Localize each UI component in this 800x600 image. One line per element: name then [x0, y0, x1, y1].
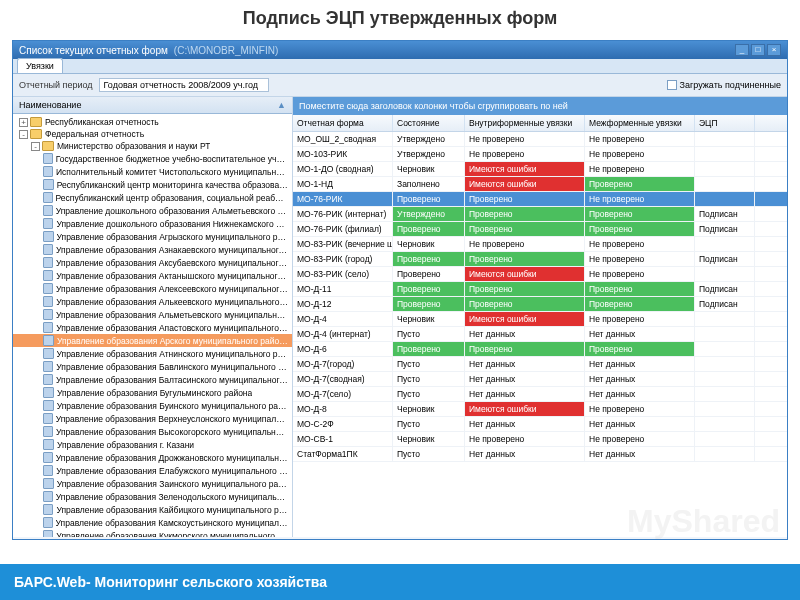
sidebar-header[interactable]: Наименование ▲ — [13, 97, 292, 114]
tree-item[interactable]: Управление образования Алькеевского муни… — [13, 295, 292, 308]
period-input[interactable] — [99, 78, 269, 92]
tree-item[interactable]: Республиканский центр образования, социа… — [13, 191, 292, 204]
tree-item[interactable]: Управление образования Арского муниципал… — [13, 334, 292, 347]
app-window: Список текущих отчетных форм (C:\MONOBR_… — [12, 40, 788, 540]
tree-item[interactable]: Исполнительный комитет Чистопольского му… — [13, 165, 292, 178]
tree-item[interactable]: Управление образования Атнинского муници… — [13, 347, 292, 360]
col-form[interactable]: Отчетная форма — [293, 115, 393, 131]
cell: Проверено — [465, 297, 585, 311]
tree-item[interactable]: Управление образования Алексеевского мун… — [13, 282, 292, 295]
tree-item[interactable]: Управление дошкольного образования Альме… — [13, 204, 292, 217]
tree-item[interactable]: -Министерство образования и науки РТ — [13, 140, 292, 152]
grid-row[interactable]: МО-Д-6ПровереноПровереноПроверено — [293, 342, 787, 357]
org-icon — [43, 257, 53, 268]
tree-item[interactable]: Управление образования Зеленодольского м… — [13, 490, 292, 503]
toggle-icon[interactable]: + — [19, 118, 28, 127]
tree-item-label: Управление образования Верхнеуслонского … — [56, 414, 288, 424]
grid-row[interactable]: МО-Д-7(сводная)ПустоНет данныхНет данных — [293, 372, 787, 387]
cell — [695, 192, 755, 206]
cell: Подписан — [695, 222, 755, 236]
tree-item[interactable]: Управление образования Дрожжановского му… — [13, 451, 292, 464]
col-state[interactable]: Состояние — [393, 115, 465, 131]
cell: Проверено — [465, 282, 585, 296]
toggle-icon[interactable]: - — [31, 142, 40, 151]
tree-item[interactable]: Управление образования Азнакаевского мун… — [13, 243, 292, 256]
grid-row[interactable]: МО-С-2ФПустоНет данныхНет данных — [293, 417, 787, 432]
tree-item[interactable]: Управление образования Верхнеуслонского … — [13, 412, 292, 425]
tab-uvyazki[interactable]: Увязки — [17, 58, 63, 73]
grid-row[interactable]: МО-83-РИК (село)ПровереноИмеются ошибкиН… — [293, 267, 787, 282]
grid-row[interactable]: МО-1-ДО (сводная)ЧерновикИмеются ошибкиН… — [293, 162, 787, 177]
grid-row[interactable]: МО-76-РИКПровереноПровереноНе проверено — [293, 192, 787, 207]
tree-item[interactable]: Государственное бюджетное учебно-воспита… — [13, 152, 292, 165]
grid-row[interactable]: МО-Д-11ПровереноПровереноПровереноПодпис… — [293, 282, 787, 297]
tree-item[interactable]: Управление образования г. Казани — [13, 438, 292, 451]
tree-item[interactable]: Управление образования Буинского муницип… — [13, 399, 292, 412]
sidebar: Наименование ▲ +Республиканская отчетнос… — [13, 97, 293, 537]
col-cross[interactable]: Межформенные увязки — [585, 115, 695, 131]
org-tree[interactable]: +Республиканская отчетность-Федеральная … — [13, 114, 292, 537]
tree-item[interactable]: Управление образования Камскоустьинского… — [13, 516, 292, 529]
cell: Проверено — [393, 297, 465, 311]
grid-row[interactable]: МО-Д-7(село)ПустоНет данныхНет данных — [293, 387, 787, 402]
tree-item[interactable]: Управление образования Агрызского муници… — [13, 230, 292, 243]
group-by-bar[interactable]: Поместите сюда заголовок колонки чтобы с… — [293, 97, 787, 115]
grid-row[interactable]: МО-СВ-1ЧерновикНе провереноНе проверено — [293, 432, 787, 447]
cell: МО-С-2Ф — [293, 417, 393, 431]
org-icon — [43, 413, 53, 424]
grid-row[interactable]: СтатФорма1ПКПустоНет данныхНет данных — [293, 447, 787, 462]
grid-row[interactable]: МО-103-РИКУтвержденоНе провереноНе прове… — [293, 147, 787, 162]
cell: МО-Д-8 — [293, 402, 393, 416]
cell: Имеются ошибки — [465, 402, 585, 416]
tree-item[interactable]: Управление образования Елабужского муниц… — [13, 464, 292, 477]
tree-item-label: Управление образования Кайбицкого муници… — [56, 505, 288, 515]
tree-item[interactable]: Управление образования Кукморского муниц… — [13, 529, 292, 537]
grid-row[interactable]: МО-Д-7(город)ПустоНет данныхНет данных — [293, 357, 787, 372]
tree-item[interactable]: Управление образования Высокогорского му… — [13, 425, 292, 438]
tree-item[interactable]: +Республиканская отчетность — [13, 116, 292, 128]
grid-row[interactable]: МО-Д-8ЧерновикИмеются ошибкиНе проверено — [293, 402, 787, 417]
tree-item-label: Управление образования Зеленодольского м… — [56, 492, 288, 502]
grid-body[interactable]: МО_ОШ_2_своднаяУтвержденоНе провереноНе … — [293, 132, 787, 537]
grid-row[interactable]: МО-Д-4 (интернат)ПустоНет данныхНет данн… — [293, 327, 787, 342]
tree-item[interactable]: Управление образования Заинского муницип… — [13, 477, 292, 490]
minimize-button[interactable]: _ — [735, 44, 749, 56]
tree-item-label: Управление образования г. Казани — [57, 440, 194, 450]
org-icon — [43, 153, 53, 164]
tree-item[interactable]: Управление образования Апастовского муни… — [13, 321, 292, 334]
close-button[interactable]: × — [767, 44, 781, 56]
tree-item[interactable]: Управление образования Кайбицкого муници… — [13, 503, 292, 516]
grid-row[interactable]: МО-Д-4ЧерновикИмеются ошибкиНе проверено — [293, 312, 787, 327]
grid-row[interactable]: МО-76-РИК (интернат)УтвержденоПровереноП… — [293, 207, 787, 222]
cell — [695, 372, 755, 386]
maximize-button[interactable]: □ — [751, 44, 765, 56]
tree-item[interactable]: Управление образования Бавлинского муниц… — [13, 360, 292, 373]
org-icon — [43, 205, 53, 216]
tree-item[interactable]: Управление образования Аксубаевского мун… — [13, 256, 292, 269]
tree-item[interactable]: Управление образования Балтасинского мун… — [13, 373, 292, 386]
toggle-icon[interactable]: - — [19, 130, 28, 139]
cell: Пусто — [393, 357, 465, 371]
tree-item[interactable]: -Федеральная отчетность — [13, 128, 292, 140]
grid-row[interactable]: МО-83-РИК (город)ПровереноПровереноНе пр… — [293, 252, 787, 267]
tree-item-label: Управление образования Азнакаевского мун… — [56, 245, 288, 255]
cell — [695, 147, 755, 161]
org-icon — [43, 504, 53, 515]
cell: Пусто — [393, 387, 465, 401]
col-internal[interactable]: Внутриформенные увязки — [465, 115, 585, 131]
grid-row[interactable]: МО-Д-12ПровереноПровереноПровереноПодпис… — [293, 297, 787, 312]
tree-item-label: Управление образования Актанышского муни… — [56, 271, 288, 281]
grid-row[interactable]: МО-1-НДЗаполненоИмеются ошибкиПроверено — [293, 177, 787, 192]
cell: Не проверено — [585, 237, 695, 251]
load-subordinates-checkbox[interactable] — [667, 80, 677, 90]
tree-item[interactable]: Республиканский центр мониторинга качест… — [13, 178, 292, 191]
col-sign[interactable]: ЭЦП — [695, 115, 755, 131]
tree-item[interactable]: Управление образования Альметьевского му… — [13, 308, 292, 321]
tree-item[interactable]: Управление образования Актанышского муни… — [13, 269, 292, 282]
tree-item[interactable]: Управление дошкольного образования Нижне… — [13, 217, 292, 230]
grid-row[interactable]: МО_ОШ_2_своднаяУтвержденоНе провереноНе … — [293, 132, 787, 147]
grid-row[interactable]: МО-83-РИК (вечерние школы)ЧерновикНе про… — [293, 237, 787, 252]
grid-row[interactable]: МО-76-РИК (филиал)ПровереноПровереноПров… — [293, 222, 787, 237]
cell: Нет данных — [585, 327, 695, 341]
tree-item[interactable]: Управление образования Бугульминского ра… — [13, 386, 292, 399]
